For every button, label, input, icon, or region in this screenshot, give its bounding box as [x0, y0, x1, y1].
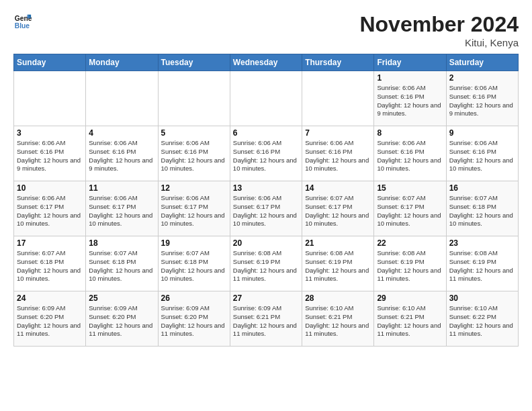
cell-info: Sunrise: 6:08 AM Sunset: 6:19 PM Dayligh…	[305, 249, 371, 283]
cell-info: Sunrise: 6:10 AM Sunset: 6:22 PM Dayligh…	[449, 304, 515, 338]
day-number: 26	[161, 293, 227, 303]
calendar-cell: 10Sunrise: 6:06 AM Sunset: 6:17 PM Dayli…	[14, 181, 86, 236]
calendar-week-row: 1Sunrise: 6:06 AM Sunset: 6:16 PM Daylig…	[14, 71, 519, 126]
calendar-cell: 3Sunrise: 6:06 AM Sunset: 6:16 PM Daylig…	[14, 126, 86, 181]
calendar-cell: 28Sunrise: 6:10 AM Sunset: 6:21 PM Dayli…	[302, 291, 374, 347]
cell-info: Sunrise: 6:06 AM Sunset: 6:16 PM Dayligh…	[161, 139, 227, 173]
calendar-cell	[14, 71, 86, 126]
day-number: 25	[89, 293, 154, 303]
cell-info: Sunrise: 6:06 AM Sunset: 6:17 PM Dayligh…	[233, 194, 299, 228]
cell-info: Sunrise: 6:07 AM Sunset: 6:18 PM Dayligh…	[449, 194, 515, 228]
calendar-header-row: Sunday Monday Tuesday Wednesday Thursday…	[14, 54, 519, 71]
cell-info: Sunrise: 6:07 AM Sunset: 6:17 PM Dayligh…	[377, 194, 443, 228]
day-number: 24	[17, 293, 83, 303]
calendar-cell: 14Sunrise: 6:07 AM Sunset: 6:17 PM Dayli…	[302, 181, 374, 236]
calendar-cell: 15Sunrise: 6:07 AM Sunset: 6:17 PM Dayli…	[374, 181, 446, 236]
day-number: 18	[89, 238, 154, 248]
calendar-week-row: 10Sunrise: 6:06 AM Sunset: 6:17 PM Dayli…	[14, 181, 519, 236]
calendar-cell: 17Sunrise: 6:07 AM Sunset: 6:18 PM Dayli…	[14, 236, 86, 291]
cell-info: Sunrise: 6:06 AM Sunset: 6:16 PM Dayligh…	[89, 139, 154, 173]
cell-info: Sunrise: 6:06 AM Sunset: 6:16 PM Dayligh…	[17, 139, 83, 173]
col-saturday: Saturday	[446, 54, 518, 71]
calendar-cell: 26Sunrise: 6:09 AM Sunset: 6:20 PM Dayli…	[158, 291, 230, 347]
calendar-cell: 19Sunrise: 6:07 AM Sunset: 6:18 PM Dayli…	[158, 236, 230, 291]
calendar-week-row: 24Sunrise: 6:09 AM Sunset: 6:20 PM Dayli…	[14, 291, 519, 347]
calendar-cell	[230, 71, 302, 126]
calendar-cell: 9Sunrise: 6:06 AM Sunset: 6:16 PM Daylig…	[446, 126, 518, 181]
calendar-cell: 16Sunrise: 6:07 AM Sunset: 6:18 PM Dayli…	[446, 181, 518, 236]
day-number: 27	[233, 293, 299, 303]
cell-info: Sunrise: 6:06 AM Sunset: 6:16 PM Dayligh…	[449, 139, 515, 173]
logo: General Blue	[13, 12, 32, 31]
day-number: 19	[161, 238, 227, 248]
calendar-cell	[158, 71, 230, 126]
cell-info: Sunrise: 6:09 AM Sunset: 6:21 PM Dayligh…	[233, 304, 299, 338]
cell-info: Sunrise: 6:06 AM Sunset: 6:17 PM Dayligh…	[89, 194, 154, 228]
cell-info: Sunrise: 6:09 AM Sunset: 6:20 PM Dayligh…	[17, 304, 83, 338]
calendar-cell: 27Sunrise: 6:09 AM Sunset: 6:21 PM Dayli…	[230, 291, 302, 347]
day-number: 21	[305, 238, 371, 248]
day-number: 15	[377, 183, 443, 193]
calendar-cell: 20Sunrise: 6:08 AM Sunset: 6:19 PM Dayli…	[230, 236, 302, 291]
calendar-cell: 18Sunrise: 6:07 AM Sunset: 6:18 PM Dayli…	[86, 236, 158, 291]
cell-info: Sunrise: 6:08 AM Sunset: 6:19 PM Dayligh…	[449, 249, 515, 283]
day-number: 12	[161, 183, 227, 193]
day-number: 17	[17, 238, 83, 248]
cell-info: Sunrise: 6:06 AM Sunset: 6:16 PM Dayligh…	[233, 139, 299, 173]
title-block: November 2024 Kitui, Kenya	[359, 12, 519, 48]
calendar-cell: 8Sunrise: 6:06 AM Sunset: 6:16 PM Daylig…	[374, 126, 446, 181]
day-number: 30	[449, 293, 515, 303]
calendar-cell: 6Sunrise: 6:06 AM Sunset: 6:16 PM Daylig…	[230, 126, 302, 181]
calendar-cell: 12Sunrise: 6:06 AM Sunset: 6:17 PM Dayli…	[158, 181, 230, 236]
day-number: 7	[305, 128, 371, 138]
col-tuesday: Tuesday	[158, 54, 230, 71]
day-number: 29	[377, 293, 443, 303]
col-monday: Monday	[86, 54, 158, 71]
calendar-cell: 4Sunrise: 6:06 AM Sunset: 6:16 PM Daylig…	[86, 126, 158, 181]
calendar-cell: 23Sunrise: 6:08 AM Sunset: 6:19 PM Dayli…	[446, 236, 518, 291]
calendar-cell: 2Sunrise: 6:06 AM Sunset: 6:16 PM Daylig…	[446, 71, 518, 126]
calendar-week-row: 17Sunrise: 6:07 AM Sunset: 6:18 PM Dayli…	[14, 236, 519, 291]
day-number: 5	[161, 128, 227, 138]
calendar-cell: 30Sunrise: 6:10 AM Sunset: 6:22 PM Dayli…	[446, 291, 518, 347]
calendar-cell: 11Sunrise: 6:06 AM Sunset: 6:17 PM Dayli…	[86, 181, 158, 236]
calendar-cell: 5Sunrise: 6:06 AM Sunset: 6:16 PM Daylig…	[158, 126, 230, 181]
cell-info: Sunrise: 6:06 AM Sunset: 6:16 PM Dayligh…	[449, 84, 515, 118]
day-number: 20	[233, 238, 299, 248]
day-number: 14	[305, 183, 371, 193]
cell-info: Sunrise: 6:07 AM Sunset: 6:18 PM Dayligh…	[89, 249, 154, 283]
day-number: 4	[89, 128, 154, 138]
day-number: 11	[89, 183, 154, 193]
cell-info: Sunrise: 6:06 AM Sunset: 6:16 PM Dayligh…	[377, 139, 443, 173]
month-title: November 2024	[359, 12, 519, 37]
day-number: 23	[449, 238, 515, 248]
cell-info: Sunrise: 6:06 AM Sunset: 6:17 PM Dayligh…	[17, 194, 83, 228]
location: Kitui, Kenya	[359, 37, 519, 48]
cell-info: Sunrise: 6:10 AM Sunset: 6:21 PM Dayligh…	[305, 304, 371, 338]
calendar-table: Sunday Monday Tuesday Wednesday Thursday…	[13, 54, 519, 347]
day-number: 28	[305, 293, 371, 303]
day-number: 22	[377, 238, 443, 248]
calendar-cell: 13Sunrise: 6:06 AM Sunset: 6:17 PM Dayli…	[230, 181, 302, 236]
cell-info: Sunrise: 6:09 AM Sunset: 6:20 PM Dayligh…	[89, 304, 154, 338]
calendar-cell: 24Sunrise: 6:09 AM Sunset: 6:20 PM Dayli…	[14, 291, 86, 347]
day-number: 13	[233, 183, 299, 193]
day-number: 10	[17, 183, 83, 193]
cell-info: Sunrise: 6:08 AM Sunset: 6:19 PM Dayligh…	[377, 249, 443, 283]
calendar-cell: 7Sunrise: 6:06 AM Sunset: 6:16 PM Daylig…	[302, 126, 374, 181]
col-friday: Friday	[374, 54, 446, 71]
calendar-cell: 25Sunrise: 6:09 AM Sunset: 6:20 PM Dayli…	[86, 291, 158, 347]
logo-icon: General Blue	[13, 12, 32, 31]
col-sunday: Sunday	[14, 54, 86, 71]
cell-info: Sunrise: 6:07 AM Sunset: 6:18 PM Dayligh…	[17, 249, 83, 283]
cell-info: Sunrise: 6:08 AM Sunset: 6:19 PM Dayligh…	[233, 249, 299, 283]
day-number: 9	[449, 128, 515, 138]
day-number: 3	[17, 128, 83, 138]
calendar-week-row: 3Sunrise: 6:06 AM Sunset: 6:16 PM Daylig…	[14, 126, 519, 181]
day-number: 2	[449, 73, 515, 83]
page-header: General Blue November 2024 Kitui, Kenya	[13, 12, 519, 48]
cell-info: Sunrise: 6:09 AM Sunset: 6:20 PM Dayligh…	[161, 304, 227, 338]
cell-info: Sunrise: 6:06 AM Sunset: 6:17 PM Dayligh…	[161, 194, 227, 228]
day-number: 1	[377, 73, 443, 83]
cell-info: Sunrise: 6:07 AM Sunset: 6:17 PM Dayligh…	[305, 194, 371, 228]
